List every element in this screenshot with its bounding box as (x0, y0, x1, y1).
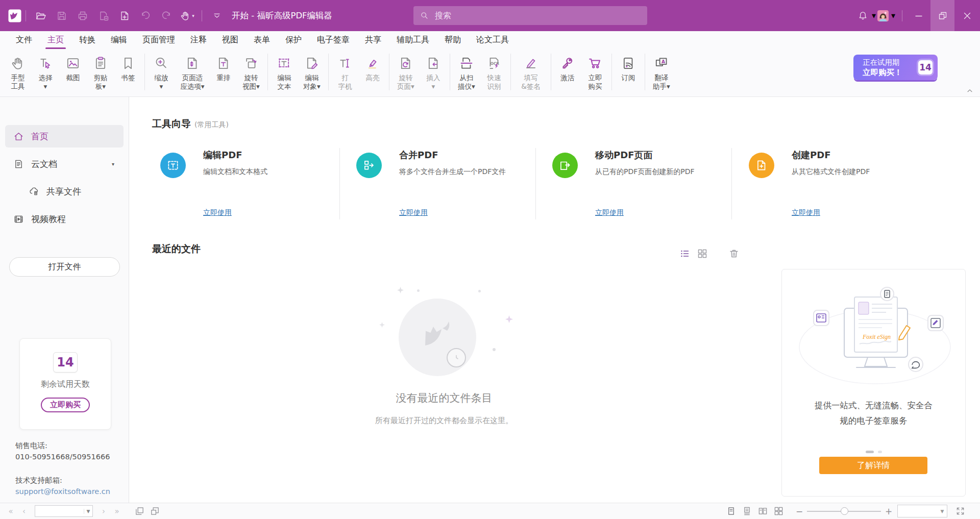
ribbon-tool-bookmark[interactable]: 书签 (114, 52, 142, 82)
list-view-button[interactable] (676, 247, 694, 260)
sidebar-item-home[interactable]: 首页 (5, 125, 124, 147)
ribbon-tool-select[interactable]: 选择▾ (32, 52, 59, 91)
ocr-icon: OCR (486, 53, 502, 73)
last-page-button[interactable]: » (110, 507, 124, 516)
titlebar-redo-button[interactable] (156, 5, 177, 26)
bell-caret-icon[interactable]: ▾ (870, 5, 877, 26)
titlebar-print-button[interactable] (72, 5, 93, 26)
ribbon-tool-subscribe[interactable]: 订阅 (615, 52, 642, 82)
card-description: 编辑文档和文本格式 (203, 167, 267, 177)
menu-item-form[interactable]: 表单 (246, 31, 278, 49)
ribbon-tool-edit-text[interactable]: 编辑文本 (271, 52, 298, 91)
menu-item-accessibility[interactable]: 辅助工具 (389, 31, 437, 49)
support-email-link[interactable]: support@foxitsoftware.cn (15, 486, 110, 497)
menu-item-view[interactable]: 视图 (214, 31, 246, 49)
snapshot-pages-icon[interactable] (147, 505, 162, 518)
dot[interactable] (878, 451, 882, 453)
sidebar-item-cloud-docs[interactable]: 云文档▾ (5, 153, 124, 175)
clear-recent-trash-button[interactable] (725, 247, 743, 260)
menu-item-share[interactable]: 共享 (357, 31, 389, 49)
zoom-in-button[interactable]: + (883, 506, 894, 516)
zoom-slider-knob[interactable] (841, 507, 848, 515)
menu-item-paper-tools[interactable]: 论文工具 (469, 31, 517, 49)
ribbon-tool-rotate-view[interactable]: 旋转视图▾ (237, 52, 265, 91)
search-box[interactable] (413, 6, 647, 25)
dot-active[interactable] (866, 451, 874, 453)
menu-item-convert[interactable]: 转换 (71, 31, 103, 49)
ribbon-tool-rotate-page[interactable]: 旋转页面▾ (392, 52, 420, 91)
use-now-link[interactable]: 立即使用 (595, 208, 624, 217)
ribbon-tool-scanner[interactable]: 从扫描仪▾ (453, 52, 480, 91)
menu-item-file[interactable]: 文件 (8, 31, 40, 49)
zoom-level-input[interactable] (898, 507, 938, 515)
ribbon-tool-edit-object[interactable]: 编辑对象▾ (298, 52, 326, 91)
card-title: 创建PDF (792, 149, 830, 161)
zoom-out-button[interactable]: − (794, 506, 805, 516)
prev-page-button[interactable]: ‹ (17, 507, 31, 516)
dropdown-caret-icon[interactable]: ▾ (192, 13, 194, 18)
zoom-slider[interactable] (807, 507, 881, 515)
trial-purchase-badge[interactable]: 正在试用期 立即购买！ 14 (853, 55, 938, 80)
buy-now-button[interactable]: 立即购买 (41, 398, 90, 412)
page-list-caret-icon[interactable]: ▼ (84, 509, 92, 514)
first-page-button[interactable]: « (4, 507, 17, 516)
menu-item-edit[interactable]: 编辑 (103, 31, 135, 49)
ribbon-tool-fit-page[interactable]: 页面适应选项▾ (175, 52, 210, 91)
account-caret-icon[interactable]: ▾ (889, 5, 898, 26)
ribbon-tool-hand[interactable]: 手型工具 (4, 52, 32, 91)
promo-pagination-dots (782, 451, 965, 453)
page-number-input[interactable] (35, 507, 84, 515)
notifications-bell-icon[interactable] (855, 8, 870, 23)
minimize-button[interactable] (906, 0, 930, 31)
collapse-ribbon-button[interactable] (965, 87, 975, 95)
titlebar-export-page-button[interactable] (93, 5, 114, 26)
menu-item-help[interactable]: 帮助 (437, 31, 469, 49)
open-file-button[interactable]: 打开文件 (9, 257, 120, 277)
menu-item-comment[interactable]: 注释 (183, 31, 214, 49)
ribbon-tool-translate[interactable]: A翻译助手▾ (648, 52, 675, 91)
shared-files-icon (29, 186, 39, 197)
titlebar-hand-tool-button[interactable]: ▾ (177, 5, 198, 26)
next-page-button[interactable]: › (97, 507, 110, 516)
ribbon-tool-screenshot[interactable]: 截图 (59, 52, 87, 82)
ribbon-tool-typewriter[interactable]: 打字机 (331, 52, 359, 91)
titlebar-add-page-button[interactable] (114, 5, 135, 26)
sidebar-item-video-tutorials[interactable]: 视频教程 (5, 208, 124, 230)
restore-button[interactable] (930, 0, 954, 31)
menu-item-page-manage[interactable]: 页面管理 (135, 31, 183, 49)
use-now-link[interactable]: 立即使用 (399, 208, 428, 217)
use-now-link[interactable]: 立即使用 (203, 208, 232, 217)
titlebar-save-button[interactable] (51, 5, 72, 26)
view-facing-continuous-button[interactable] (771, 505, 787, 518)
titlebar-open-file-button[interactable] (30, 5, 51, 26)
learn-more-button[interactable]: 了解详情 (819, 457, 927, 474)
snapshot-page-icon[interactable] (132, 505, 147, 518)
collapse-toolbar-icon[interactable] (209, 8, 225, 23)
sidebar-item-label: 视频教程 (31, 213, 66, 225)
menu-item-protect[interactable]: 保护 (278, 31, 309, 49)
fullscreen-button[interactable] (952, 505, 968, 518)
view-facing-button[interactable] (755, 505, 771, 518)
ribbon-tool-cart[interactable]: 立即购买 (581, 52, 609, 91)
ribbon-tool-activate[interactable]: 激活 (554, 52, 581, 82)
search-input[interactable] (434, 10, 620, 21)
chevron-down-icon[interactable]: ▾ (112, 161, 114, 167)
menu-item-home[interactable]: 主页 (40, 31, 71, 49)
view-continuous-button[interactable] (739, 505, 755, 518)
close-button[interactable] (954, 0, 980, 31)
ribbon-tool-clipboard[interactable]: 剪贴板▾ (87, 52, 114, 91)
avatar[interactable] (877, 10, 889, 21)
titlebar-undo-button[interactable] (135, 5, 156, 26)
menu-item-esign[interactable]: 电子签章 (309, 31, 357, 49)
ribbon-tool-zoom[interactable]: 缩放▾ (148, 52, 175, 91)
view-single-page-button[interactable] (723, 505, 739, 518)
ribbon-tool-highlight[interactable]: 高亮 (359, 52, 386, 82)
ribbon-tool-reflow[interactable]: 重排 (210, 52, 237, 82)
ribbon-tool-ocr[interactable]: OCR快速识别 (480, 52, 508, 91)
ribbon-tool-fill-sign[interactable]: 填写&签名 (513, 52, 548, 91)
zoom-level-caret-icon[interactable]: ▼ (938, 509, 947, 514)
ribbon-tool-insert-page[interactable]: 插入▾ (420, 52, 447, 91)
use-now-link[interactable]: 立即使用 (792, 208, 820, 217)
sidebar-item-shared-files[interactable]: 共享文件 (5, 180, 124, 203)
grid-view-button[interactable] (694, 247, 711, 260)
